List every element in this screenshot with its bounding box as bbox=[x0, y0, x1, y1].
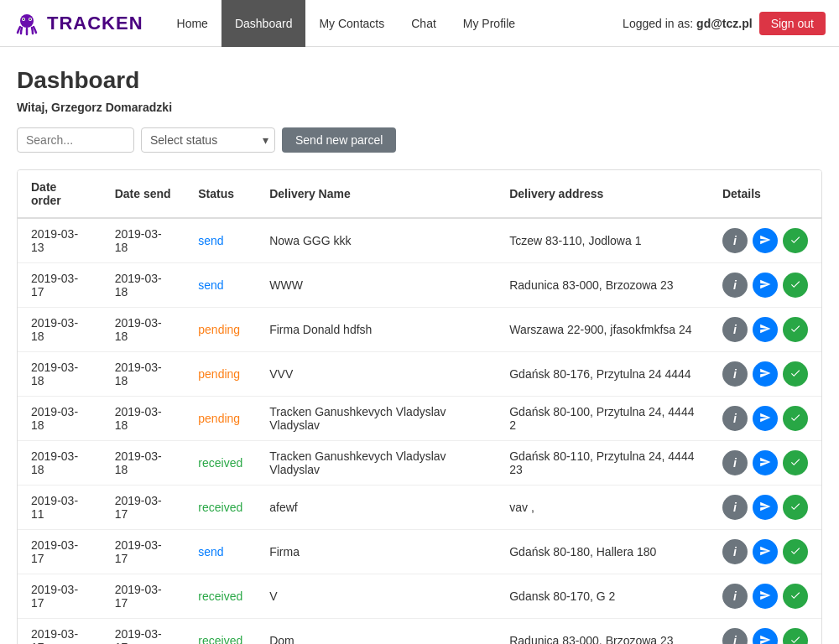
table-row: 2019-03-17 2019-03-18 send WWW Radunica … bbox=[18, 263, 821, 308]
status-select[interactable]: Select status send pending received bbox=[141, 127, 275, 153]
cell-date-send: 2019-03-18 bbox=[102, 218, 185, 263]
cell-delivery-address: Gdansk 80-170, G 2 bbox=[496, 574, 709, 619]
send-button[interactable] bbox=[753, 228, 778, 253]
logo-text: TRACKEN bbox=[47, 13, 143, 34]
info-icon: i bbox=[733, 278, 737, 292]
info-button[interactable]: i bbox=[722, 317, 748, 342]
cell-date-order: 2019-03-11 bbox=[18, 486, 102, 530]
cell-status: pending bbox=[185, 308, 256, 352]
cell-details: i bbox=[709, 486, 821, 530]
cell-delivery-name: afewf bbox=[256, 486, 496, 530]
nav-chat[interactable]: Chat bbox=[398, 0, 450, 47]
cell-date-order: 2019-03-17 bbox=[18, 530, 102, 574]
cell-delivery-name: V bbox=[256, 574, 496, 619]
nav-dashboard[interactable]: Dashboard bbox=[221, 0, 306, 47]
cell-delivery-name: VVV bbox=[256, 352, 496, 397]
cell-status: received bbox=[185, 619, 256, 645]
cell-details: i bbox=[709, 352, 821, 397]
col-delivery-name: Delivery Name bbox=[256, 170, 496, 218]
cell-date-order: 2019-03-18 bbox=[18, 308, 102, 352]
cell-delivery-address: Gdańsk 80-100, Przytulna 24, 4444 2 bbox=[496, 397, 709, 441]
nav-profile[interactable]: My Profile bbox=[450, 0, 529, 47]
check-button[interactable] bbox=[783, 495, 808, 520]
info-icon: i bbox=[733, 456, 737, 470]
cell-delivery-name: Nowa GGG kkk bbox=[256, 218, 496, 263]
info-button[interactable]: i bbox=[722, 584, 748, 609]
send-icon bbox=[759, 501, 771, 515]
table-row: 2019-03-18 2019-03-18 pending VVV Gdańsk… bbox=[18, 352, 821, 397]
check-icon bbox=[789, 234, 801, 248]
signout-button[interactable]: Sign out bbox=[759, 12, 826, 35]
table-row: 2019-03-18 2019-03-18 received Tracken G… bbox=[18, 441, 821, 486]
check-button[interactable] bbox=[783, 317, 808, 342]
cell-date-send: 2019-03-18 bbox=[102, 308, 185, 352]
cell-details: i bbox=[709, 218, 821, 263]
info-icon: i bbox=[733, 501, 737, 514]
send-button[interactable] bbox=[753, 450, 778, 475]
cell-status: pending bbox=[185, 352, 256, 397]
cell-details: i bbox=[709, 530, 821, 574]
info-button[interactable]: i bbox=[722, 628, 748, 644]
send-button[interactable] bbox=[753, 406, 778, 431]
check-button[interactable] bbox=[783, 628, 808, 644]
parcels-table-container: Date order Date send Status Delivery Nam… bbox=[17, 169, 822, 644]
cell-status: received bbox=[185, 486, 256, 530]
send-button[interactable] bbox=[753, 584, 778, 609]
cell-date-order: 2019-03-18 bbox=[18, 352, 102, 397]
cell-date-send: 2019-03-17 bbox=[102, 574, 185, 619]
send-button[interactable] bbox=[753, 539, 778, 564]
info-button[interactable]: i bbox=[722, 273, 748, 298]
send-parcel-button[interactable]: Send new parcel bbox=[282, 127, 396, 153]
check-button[interactable] bbox=[783, 539, 808, 564]
check-button[interactable] bbox=[783, 584, 808, 609]
filter-row: Select status send pending received ▾ Se… bbox=[17, 127, 822, 153]
search-input[interactable] bbox=[17, 127, 134, 153]
info-button[interactable]: i bbox=[722, 406, 748, 431]
col-delivery-address: Delivery address bbox=[496, 170, 709, 218]
cell-details: i bbox=[709, 574, 821, 619]
nav-home[interactable]: Home bbox=[164, 0, 221, 47]
cell-details: i bbox=[709, 619, 821, 645]
send-button[interactable] bbox=[753, 628, 778, 644]
send-button[interactable] bbox=[753, 273, 778, 298]
logo[interactable]: TRACKEN bbox=[13, 10, 143, 37]
check-button[interactable] bbox=[783, 361, 808, 387]
action-buttons: i bbox=[722, 539, 808, 564]
cell-details: i bbox=[709, 263, 821, 308]
send-icon bbox=[759, 323, 771, 337]
col-status: Status bbox=[185, 170, 256, 218]
logged-in-email: gd@tcz.pl bbox=[696, 17, 753, 30]
cell-delivery-address: Radunica 83-000, Brzozowa 23 bbox=[496, 263, 709, 308]
cell-date-send: 2019-03-18 bbox=[102, 441, 185, 486]
info-button[interactable]: i bbox=[722, 361, 748, 387]
info-icon: i bbox=[733, 234, 737, 247]
cell-date-send: 2019-03-18 bbox=[102, 352, 185, 397]
send-icon bbox=[759, 634, 771, 645]
nav-contacts[interactable]: My Contacts bbox=[305, 0, 398, 47]
col-date-order: Date order bbox=[18, 170, 102, 218]
table-row: 2019-03-13 2019-03-18 send Nowa GGG kkk … bbox=[18, 218, 821, 263]
svg-point-4 bbox=[29, 18, 31, 20]
info-button[interactable]: i bbox=[722, 539, 748, 564]
info-icon: i bbox=[733, 634, 737, 644]
check-button[interactable] bbox=[783, 273, 808, 298]
table-body: 2019-03-13 2019-03-18 send Nowa GGG kkk … bbox=[18, 218, 821, 644]
cell-delivery-address: Warszawa 22-900, jfasokfmkfsa 24 bbox=[496, 308, 709, 352]
check-button[interactable] bbox=[783, 450, 808, 475]
cell-details: i bbox=[709, 397, 821, 441]
send-button[interactable] bbox=[753, 361, 778, 387]
send-icon bbox=[759, 545, 771, 559]
send-button[interactable] bbox=[753, 495, 778, 520]
table-row: 2019-03-17 2019-03-17 send Firma Gdańsk … bbox=[18, 530, 821, 574]
send-button[interactable] bbox=[753, 317, 778, 342]
cell-delivery-address: Gdańsk 80-110, Przytulna 24, 4444 23 bbox=[496, 441, 709, 486]
cell-date-order: 2019-03-18 bbox=[18, 441, 102, 486]
check-button[interactable] bbox=[783, 228, 808, 253]
info-button[interactable]: i bbox=[722, 450, 748, 475]
cell-delivery-address: Tczew 83-110, Jodlowa 1 bbox=[496, 218, 709, 263]
cell-date-order: 2019-03-17 bbox=[18, 263, 102, 308]
info-button[interactable]: i bbox=[722, 495, 748, 520]
check-button[interactable] bbox=[783, 406, 808, 431]
info-button[interactable]: i bbox=[722, 228, 748, 253]
action-buttons: i bbox=[722, 228, 808, 253]
